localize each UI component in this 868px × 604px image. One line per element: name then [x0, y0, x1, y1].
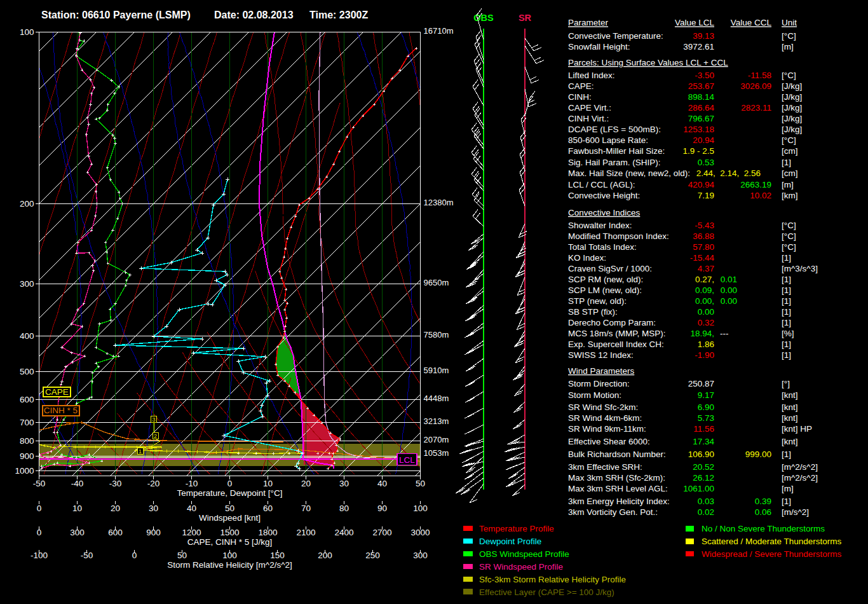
- svg-text:796.67: 796.67: [688, 114, 714, 123]
- svg-text:[°C]: [°C]: [782, 135, 796, 145]
- svg-text:600: 600: [108, 528, 123, 537]
- svg-text:18.94,: 18.94,: [690, 329, 714, 338]
- svg-text:Dewpoint Profile: Dewpoint Profile: [479, 537, 541, 546]
- svg-text:[m^2/s^2]: [m^2/s^2]: [782, 462, 818, 472]
- svg-text:[J/kg]: [J/kg]: [782, 92, 802, 102]
- svg-text:[cm]: [cm]: [782, 168, 798, 178]
- svg-text:[m]: [m]: [782, 484, 794, 493]
- svg-text:CAPE: CAPE: [45, 387, 69, 397]
- svg-text:[m/s^2]: [m/s^2]: [782, 507, 809, 517]
- svg-text:Showalter Index:: Showalter Index:: [568, 221, 632, 230]
- svg-text:0.53: 0.53: [698, 158, 714, 167]
- svg-text:[1]: [1]: [782, 497, 791, 506]
- svg-text:898.14: 898.14: [688, 92, 715, 102]
- svg-text:-30: -30: [109, 479, 122, 488]
- svg-text:10: 10: [72, 504, 82, 513]
- svg-text:2400: 2400: [334, 528, 353, 537]
- svg-text:900: 900: [20, 451, 34, 461]
- svg-text:[km]: [km]: [782, 191, 798, 200]
- svg-text:26.12: 26.12: [693, 473, 714, 483]
- svg-text:0: 0: [37, 504, 42, 513]
- svg-text:0: 0: [37, 528, 42, 537]
- svg-text:1053m: 1053m: [424, 448, 449, 458]
- svg-text:-1.90: -1.90: [695, 350, 714, 360]
- svg-text:OBS: OBS: [473, 13, 494, 23]
- svg-text:SR Wind Sfc-2km:: SR Wind Sfc-2km:: [568, 402, 638, 412]
- svg-text:7.19: 7.19: [698, 191, 714, 200]
- svg-text:Wind Parameters: Wind Parameters: [568, 366, 635, 376]
- svg-text:[J/kg]: [J/kg]: [782, 114, 802, 123]
- svg-text:CAPE:: CAPE:: [568, 81, 594, 91]
- svg-text:300: 300: [70, 528, 85, 537]
- svg-text:SWISS 12 Index:: SWISS 12 Index:: [568, 350, 634, 360]
- svg-text:[knt]: [knt]: [782, 402, 798, 412]
- svg-text:100: 100: [20, 27, 34, 37]
- svg-text:-100: -100: [31, 551, 48, 560]
- svg-text:Unit: Unit: [782, 18, 797, 27]
- svg-text:SCP RM (new, old):: SCP RM (new, old):: [568, 275, 643, 284]
- svg-text:700: 700: [20, 418, 34, 427]
- svg-text:Lifted Index:: Lifted Index:: [568, 71, 615, 80]
- svg-text:SCP LM (new, old):: SCP LM (new, old):: [568, 285, 642, 295]
- svg-text:0.09,: 0.09,: [695, 285, 714, 295]
- svg-text:Craven SigSvr / 1000:: Craven SigSvr / 1000:: [568, 264, 652, 273]
- svg-text:16710m: 16710m: [424, 26, 454, 36]
- svg-text:SR Wind 4km-6km:: SR Wind 4km-6km:: [568, 413, 642, 423]
- svg-text:[°C]: [°C]: [782, 221, 796, 230]
- svg-text:253.67: 253.67: [688, 81, 714, 91]
- svg-text:[1]: [1]: [782, 450, 791, 459]
- svg-text:Effective Layer (CAPE >= 100 J: Effective Layer (CAPE >= 100 J/kg): [479, 587, 614, 597]
- svg-text:39.13: 39.13: [693, 31, 714, 41]
- svg-text:9650m: 9650m: [424, 278, 449, 287]
- svg-text:-10: -10: [186, 479, 198, 488]
- svg-text:40: 40: [377, 479, 387, 488]
- svg-text:[cm]: [cm]: [782, 146, 798, 156]
- svg-text:[m]: [m]: [782, 180, 794, 189]
- svg-text:100: 100: [222, 551, 237, 560]
- svg-text:3: 3: [152, 416, 155, 423]
- svg-text:150: 150: [270, 551, 285, 560]
- svg-text:SB STP (fix):: SB STP (fix):: [568, 307, 618, 317]
- svg-text:Max 3km SRH Level AGL:: Max 3km SRH Level AGL:: [568, 484, 668, 493]
- svg-text:Scattered / Moderate Thunderst: Scattered / Moderate Thunderstorms: [702, 537, 842, 546]
- svg-text:No / Non Severe Thunderstorms: No / Non Severe Thunderstorms: [702, 524, 825, 533]
- svg-text:100: 100: [413, 504, 428, 513]
- svg-text:500: 500: [20, 367, 34, 376]
- svg-text:300: 300: [20, 279, 34, 289]
- svg-text:2663.19: 2663.19: [740, 180, 771, 189]
- svg-text:57.80: 57.80: [693, 242, 714, 252]
- svg-text:Value LCL: Value LCL: [675, 18, 715, 27]
- svg-text:0.32: 0.32: [698, 318, 714, 327]
- svg-text:400: 400: [20, 331, 34, 341]
- svg-text:Fawbush-Miller Hail Size:: Fawbush-Miller Hail Size:: [568, 146, 665, 156]
- svg-text:20: 20: [301, 479, 311, 488]
- svg-text:[1]: [1]: [782, 253, 791, 263]
- svg-text:999.00: 999.00: [745, 450, 771, 459]
- svg-text:[knt]: [knt]: [782, 413, 798, 423]
- svg-text:Derecho Comp Param:: Derecho Comp Param:: [568, 318, 656, 327]
- svg-text:Date: 02.08.2013: Date: 02.08.2013: [214, 10, 294, 20]
- svg-text:1: 1: [139, 448, 142, 455]
- svg-text:[J/kg]: [J/kg]: [782, 81, 802, 91]
- svg-text:CAPE, CINH * 5 [J/kg]: CAPE, CINH * 5 [J/kg]: [187, 537, 273, 547]
- svg-text:1000: 1000: [15, 466, 34, 476]
- svg-text:3km Energy Helicity Index:: 3km Energy Helicity Index:: [568, 497, 670, 506]
- svg-text:Storm Direction:: Storm Direction:: [568, 379, 630, 388]
- svg-text:Value CCL: Value CCL: [731, 18, 772, 27]
- svg-text:CINH Virt.:: CINH Virt.:: [568, 114, 609, 123]
- svg-text:3213m: 3213m: [424, 416, 449, 426]
- svg-text:Convective Temperature:: Convective Temperature:: [568, 31, 663, 41]
- svg-text:300: 300: [413, 551, 428, 560]
- svg-text:[1]: [1]: [782, 275, 791, 284]
- svg-text:-40: -40: [71, 479, 84, 488]
- svg-text:MCS 18m/s (MMP, MSP):: MCS 18m/s (MMP, MSP):: [568, 329, 666, 338]
- svg-text:12380m: 12380m: [424, 198, 454, 207]
- svg-text:0.06: 0.06: [755, 507, 771, 517]
- svg-text:LCL / CCL (AGL):: LCL / CCL (AGL):: [568, 180, 635, 189]
- svg-text:[1]: [1]: [782, 285, 791, 295]
- svg-text:[1]: [1]: [782, 340, 791, 349]
- svg-text:Storm Motion:: Storm Motion:: [568, 390, 621, 400]
- svg-text:0.02: 0.02: [698, 507, 714, 517]
- svg-text:5.73: 5.73: [698, 413, 714, 423]
- svg-text:2: 2: [154, 433, 157, 439]
